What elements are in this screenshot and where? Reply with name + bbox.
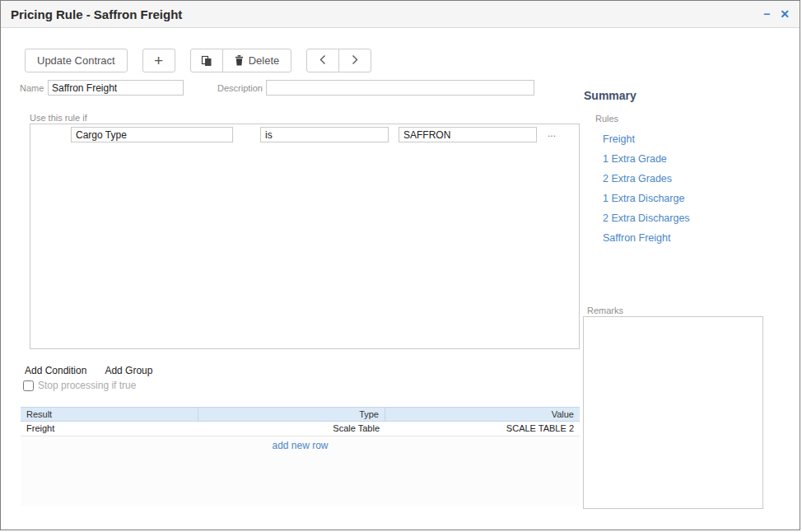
rules-label: Rules — [595, 114, 618, 124]
previous-rule-button[interactable] — [306, 49, 339, 72]
condition-field-input[interactable] — [71, 127, 233, 142]
rule-link-saffron-freight[interactable]: Saffron Freight — [603, 231, 690, 250]
condition-builder-area: ... — [30, 124, 580, 349]
rule-link-freight[interactable]: Freight — [603, 132, 690, 152]
description-label: Description — [216, 83, 263, 93]
window-controls: − ✕ — [763, 8, 790, 20]
rule-link-2-extra-discharges[interactable]: 2 Extra Discharges — [603, 211, 690, 231]
rule-link-1-extra-discharge[interactable]: 1 Extra Discharge — [603, 191, 690, 211]
delete-button[interactable]: Delete — [222, 49, 292, 72]
next-rule-button[interactable] — [338, 49, 371, 72]
trash-icon — [235, 55, 244, 66]
copy-icon — [201, 55, 212, 67]
chevron-left-icon — [319, 54, 326, 68]
condition-value-input[interactable] — [399, 127, 537, 142]
minimize-icon[interactable]: − — [763, 8, 770, 20]
type-cell[interactable]: Scale Table — [198, 422, 385, 436]
remarks-label: Remarks — [587, 306, 623, 315]
name-label: Name — [20, 83, 44, 93]
add-group-link[interactable]: Add Group — [105, 365, 152, 376]
remarks-textarea[interactable] — [583, 316, 763, 509]
chevron-right-icon — [352, 54, 358, 68]
stop-processing-label: Stop processing if true — [38, 380, 136, 391]
condition-operator-input[interactable] — [260, 127, 389, 142]
stop-processing-checkbox[interactable] — [23, 380, 34, 391]
add-condition-link[interactable]: Add Condition — [25, 365, 86, 376]
titlebar: Pricing Rule - Saffron Freight − ✕ — [1, 1, 800, 28]
delete-button-label: Delete — [249, 54, 280, 67]
copy-button[interactable] — [190, 49, 223, 72]
summary-heading: Summary — [584, 89, 636, 102]
column-header-value: Value — [385, 408, 580, 421]
stop-processing-row: Stop processing if true — [23, 380, 136, 391]
close-icon[interactable]: ✕ — [780, 8, 790, 20]
update-contract-button[interactable]: Update Contract — [25, 49, 128, 72]
add-rule-button[interactable]: + — [142, 49, 175, 72]
value-cell[interactable]: SCALE TABLE 2 — [385, 422, 580, 436]
column-header-result: Result — [21, 408, 198, 421]
results-grid-header: Result Type Value — [21, 407, 580, 422]
condition-actions: Add Condition Add Group — [25, 365, 152, 376]
toolbar: Update Contract + — [25, 49, 371, 72]
column-header-type: Type — [198, 408, 385, 421]
rule-link-1-extra-grade[interactable]: 1 Extra Grade — [603, 152, 690, 171]
rule-link-2-extra-grades[interactable]: 2 Extra Grades — [603, 171, 690, 191]
use-rule-if-label: Use this rule if — [30, 113, 87, 123]
results-grid: Result Type Value Freight Scale Table SC… — [21, 407, 580, 506]
window-title: Pricing Rule - Saffron Freight — [11, 7, 182, 21]
pricing-rule-window: Pricing Rule - Saffron Freight − ✕ Updat… — [0, 0, 800, 530]
table-row[interactable]: Freight Scale Table SCALE TABLE 2 — [21, 422, 580, 436]
rules-list: Freight 1 Extra Grade 2 Extra Grades 1 E… — [603, 132, 690, 250]
description-input[interactable] — [266, 80, 534, 96]
nav-group — [306, 49, 371, 72]
condition-more-button[interactable]: ... — [544, 126, 559, 141]
copy-delete-group: Delete — [190, 49, 292, 72]
result-cell[interactable]: Freight — [21, 422, 198, 436]
name-input[interactable] — [48, 80, 184, 96]
add-new-row-link[interactable]: add new row — [21, 436, 580, 451]
